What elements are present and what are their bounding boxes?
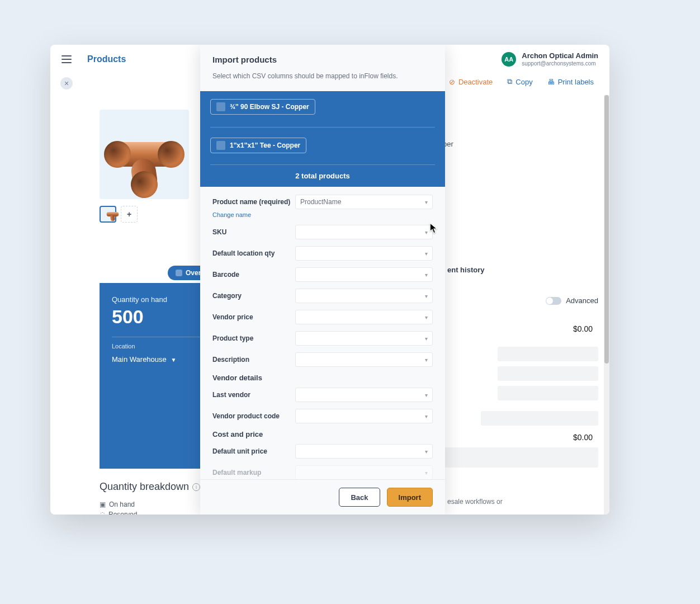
chevron-down-icon: ▾ [425,413,428,419]
select-vendor-product-code[interactable]: ▾ [295,409,433,423]
change-name-link[interactable]: Change name [212,211,433,218]
total-products-label: 2 total products [210,165,435,187]
field-product-name: Product name (required) ProductName ▾ [212,195,433,209]
chevron-down-icon: ▾ [425,251,428,257]
modal-backdrop: Import products Select which CSV columns… [50,45,609,515]
field-vendor-price: Vendor price ▾ [212,310,433,324]
select-barcode[interactable]: ▾ [295,267,433,282]
chevron-down-icon: ▾ [425,199,428,205]
select-default-location-qty[interactable]: ▾ [295,246,433,261]
modal-subtitle: Select which CSV columns should be mappe… [212,72,433,80]
select-default-unit-price[interactable]: ▾ [295,444,433,459]
import-products-modal: Import products Select which CSV columns… [200,45,445,515]
import-button[interactable]: Import [387,488,433,507]
mapping-body: Product name (required) ProductName ▾ Ch… [200,187,445,479]
select-sku[interactable]: ▾ [295,225,433,239]
chevron-down-icon: ▾ [425,272,428,278]
select-category[interactable]: ▾ [295,289,433,303]
chevron-down-icon: ▾ [425,470,428,476]
select-last-vendor[interactable]: ▾ [295,388,433,402]
chevron-down-icon: ▾ [425,229,428,235]
field-vendor-product-code: Vendor product code ▾ [212,409,433,423]
chevron-down-icon: ▾ [425,293,428,299]
field-description: Description ▾ [212,352,433,367]
chevron-down-icon: ▾ [425,357,428,363]
field-category: Category ▾ [212,289,433,303]
preview-band: ¾'' 90 Elbow SJ - Copper 1"x1"x1" Tee - … [200,91,445,187]
field-sku: SKU ▾ [212,225,433,239]
select-default-markup[interactable]: ▾ [295,465,433,479]
chevron-down-icon: ▾ [425,336,428,342]
select-product-type[interactable]: ▾ [295,331,433,346]
select-product-name[interactable]: ProductName ▾ [295,195,433,209]
cost-price-heading: Cost and price [212,430,433,438]
field-default-location-qty: Default location qty ▾ [212,246,433,261]
field-barcode: Barcode ▾ [212,267,433,282]
select-description[interactable]: ▾ [295,352,433,367]
chevron-down-icon: ▾ [425,314,428,320]
preview-item: 1"x1"x1" Tee - Copper [210,138,306,153]
app-window: Products AA Archon Optical Admin support… [50,45,609,515]
field-product-type: Product type ▾ [212,331,433,346]
document-icon [216,141,225,150]
preview-item: ¾'' 90 Elbow SJ - Copper [210,99,315,115]
field-last-vendor: Last vendor ▾ [212,388,433,402]
select-vendor-price[interactable]: ▾ [295,310,433,324]
modal-title: Import products [212,55,433,64]
modal-footer: Back Import [200,479,445,515]
document-icon [216,102,225,111]
chevron-down-icon: ▾ [425,449,428,455]
field-default-markup: Default markup ▾ [212,465,433,479]
back-button[interactable]: Back [339,488,380,507]
field-default-unit-price: Default unit price ▾ [212,444,433,459]
chevron-down-icon: ▾ [425,392,428,398]
vendor-details-heading: Vendor details [212,374,433,382]
